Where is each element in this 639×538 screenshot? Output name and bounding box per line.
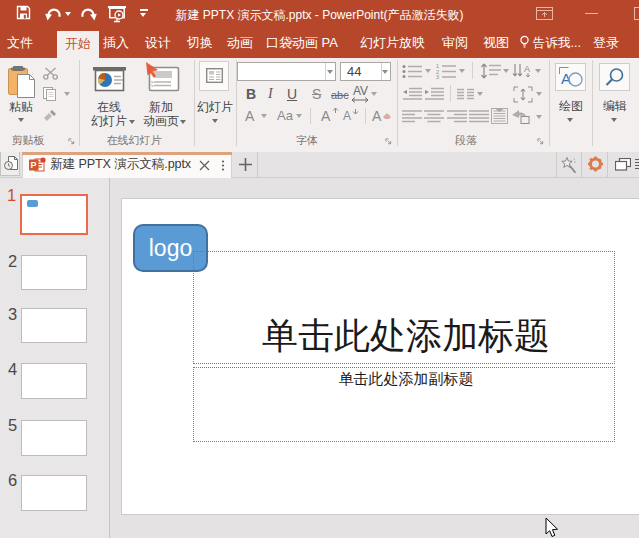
svg-text:3: 3 [436,74,439,79]
svg-text:A: A [524,64,530,74]
svg-text:P: P [31,160,37,170]
